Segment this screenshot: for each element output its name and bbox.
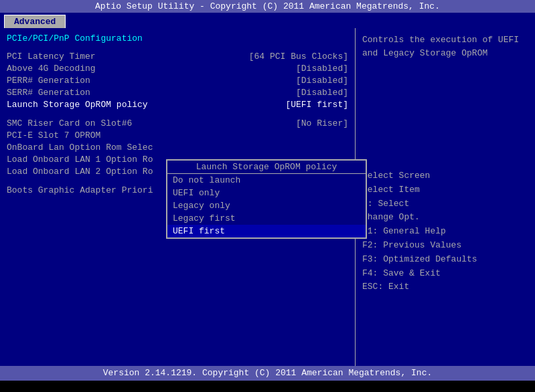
row-onboard-lan-label: OnBoard Lan Option Rom Selec <box>7 142 153 153</box>
help-text: Controls the execution of UEFI and Legac… <box>362 33 528 60</box>
row-above4g: Above 4G Decoding [Disabled] <box>7 64 348 74</box>
row-serr-label: SERR# Generation <box>7 88 90 98</box>
row-smc-riser-value: [No Riser] <box>296 118 348 128</box>
dropdown-popup: Launch Storage OpROM policy Do not launc… <box>166 159 367 239</box>
row-boots-graphic-label: Boots Graphic Adapter Priori <box>7 185 153 195</box>
key-help-0: Select Screen <box>362 169 528 183</box>
row-perr: PERR# Generation [Disabled] <box>7 76 348 86</box>
key-help-5: F2: Previous Values <box>362 239 528 253</box>
row-smc-riser: SMC Riser Card on Slot#6 [No Riser] <box>7 118 348 128</box>
key-help-2: r: Select <box>362 197 528 211</box>
row-pcie-slot7: PCI-E Slot 7 OPROM <box>7 130 348 140</box>
row-pcie-slot7-label: PCI-E Slot 7 OPROM <box>7 130 100 140</box>
tab-advanced[interactable]: Advanced <box>4 15 66 28</box>
row-launch-storage-label: Launch Storage OpROM policy <box>7 100 148 110</box>
row-onboard-lan: OnBoard Lan Option Rom Selec <box>7 142 348 153</box>
title-text: Aptio Setup Utility - Copyright (C) 2011… <box>95 1 440 11</box>
key-help-6: F3: Optimized Defaults <box>362 253 528 267</box>
dropdown-item-3[interactable]: Legacy first <box>167 212 366 225</box>
main-content: PCIe/PCI/PnP Configuration PCI Latency T… <box>0 28 535 366</box>
row-pci-latency-label: PCI Latency Timer <box>7 52 96 62</box>
dropdown-item-1[interactable]: UEFI only <box>167 187 366 199</box>
row-serr-value: [Disabled] <box>296 88 348 98</box>
right-panel: Controls the execution of UEFI and Legac… <box>355 28 535 366</box>
key-help-8: ESC: Exit <box>362 280 528 294</box>
bottom-bar: Version 2.14.1219. Copyright (C) 2011 Am… <box>0 366 535 381</box>
key-help: Select Screen Select Item r: Select Chan… <box>362 169 528 294</box>
row-above4g-label: Above 4G Decoding <box>7 64 96 74</box>
dropdown-title: Launch Storage OpROM policy <box>167 161 366 174</box>
key-help-3: Change Opt. <box>362 211 528 225</box>
row-perr-value: [Disabled] <box>296 76 348 86</box>
row-above4g-value: [Disabled] <box>296 64 348 74</box>
left-panel: PCIe/PCI/PnP Configuration PCI Latency T… <box>0 28 355 366</box>
row-smc-riser-label: SMC Riser Card on Slot#6 <box>7 118 132 128</box>
row-launch-storage-value: [UEFI first] <box>285 100 348 110</box>
key-help-7: F4: Save & Exit <box>362 267 528 281</box>
row-perr-label: PERR# Generation <box>7 76 90 86</box>
row-launch-storage[interactable]: Launch Storage OpROM policy [UEFI first] <box>7 100 348 110</box>
row-lan2-option-label: Load Onboard LAN 2 Option Ro <box>7 167 153 177</box>
row-pci-latency: PCI Latency Timer [64 PCI Bus Clocks] <box>7 52 348 62</box>
dropdown-item-0[interactable]: Do not launch <box>167 174 366 187</box>
help-line-1: and Legacy Storage OpROM <box>362 47 528 60</box>
tab-bar: Advanced <box>0 13 535 28</box>
dropdown-item-4[interactable]: UEFI first <box>167 225 366 237</box>
key-help-1: Select Item <box>362 183 528 197</box>
help-line-0: Controls the execution of UEFI <box>362 33 528 47</box>
title-bar: Aptio Setup Utility - Copyright (C) 2011… <box>0 0 535 13</box>
row-lan1-option-label: Load Onboard LAN 1 Option Ro <box>7 155 153 165</box>
row-pci-latency-value: [64 PCI Bus Clocks] <box>249 52 348 62</box>
bottom-text: Version 2.14.1219. Copyright (C) 2011 Am… <box>103 368 432 378</box>
key-help-4: F1: General Help <box>362 225 528 239</box>
dropdown-item-2[interactable]: Legacy only <box>167 199 366 212</box>
section-title: PCIe/PCI/PnP Configuration <box>7 33 348 43</box>
row-serr: SERR# Generation [Disabled] <box>7 88 348 98</box>
